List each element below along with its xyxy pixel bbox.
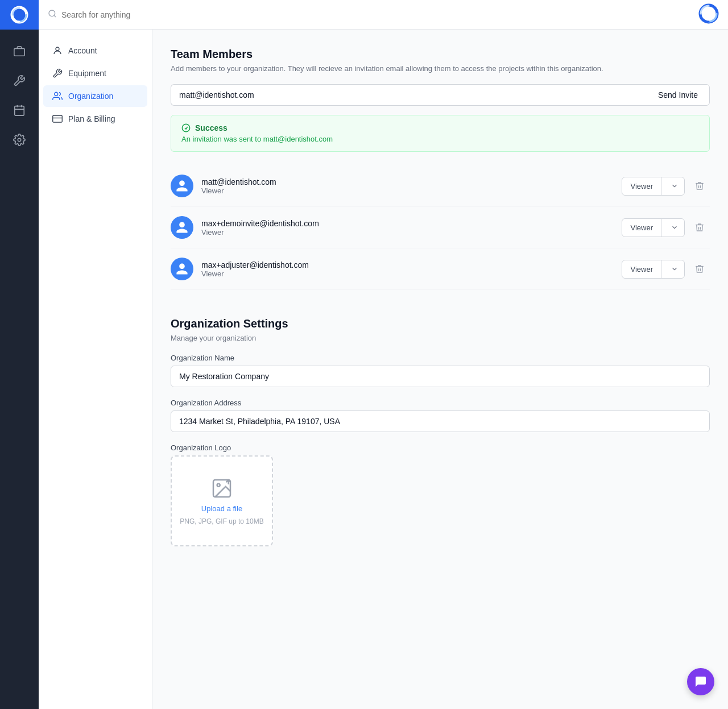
member-actions: Viewer	[622, 176, 710, 196]
nav-label-equipment: Equipment	[68, 69, 106, 78]
members-list: matt@identishot.com Viewer Viewer	[171, 165, 710, 290]
invite-bar: Send Invite	[171, 84, 710, 106]
nav-item-plan-billing[interactable]: Plan & Billing	[43, 108, 147, 130]
success-message: An invitation was sent to matt@identisho…	[181, 135, 699, 143]
upload-hint: PNG, JPG, GIF up to 10MB	[180, 517, 263, 525]
org-address-label: Organization Address	[171, 399, 710, 407]
send-invite-button[interactable]: Send Invite	[647, 84, 710, 106]
role-dropdown[interactable]: Viewer	[622, 177, 685, 196]
invite-email-input[interactable]	[171, 84, 647, 106]
account-icon	[52, 45, 63, 56]
sidebar-icon-settings[interactable]	[7, 127, 32, 152]
org-settings-desc: Manage your organization	[171, 334, 710, 342]
nav-item-equipment[interactable]: Equipment	[43, 63, 147, 84]
nav-label-plan-billing: Plan & Billing	[68, 114, 115, 123]
sidebar-icon-calendar[interactable]	[7, 98, 32, 123]
delete-member-button[interactable]	[689, 176, 710, 196]
main-content: Team Members Add members to your organiz…	[152, 30, 728, 709]
table-row: matt@identishot.com Viewer Viewer	[171, 165, 710, 207]
member-email: max+adjuster@identishot.com	[201, 260, 622, 269]
delete-member-button[interactable]	[689, 259, 710, 279]
search-icon	[48, 9, 57, 20]
chat-button[interactable]	[687, 668, 714, 695]
avatar	[171, 216, 193, 239]
role-label: Viewer	[622, 177, 661, 195]
sidebar	[0, 30, 39, 709]
member-actions: Viewer	[622, 217, 710, 238]
org-settings-title: Organization Settings	[171, 317, 710, 330]
member-info: max+adjuster@identishot.com Viewer	[201, 260, 622, 278]
sidebar-icon-tools[interactable]	[7, 68, 32, 93]
role-label: Viewer	[622, 260, 661, 278]
org-name-input[interactable]	[171, 366, 710, 387]
user-icon	[175, 221, 189, 234]
member-email: max+demoinvite@identishot.com	[201, 219, 622, 228]
success-banner: Success An invitation was sent to matt@i…	[171, 115, 710, 152]
app-logo[interactable]	[0, 0, 39, 30]
nav-label-organization: Organization	[68, 92, 113, 101]
member-role: Viewer	[201, 186, 622, 195]
nav-item-account[interactable]: Account	[43, 40, 147, 61]
app-icon-right[interactable]	[698, 3, 719, 26]
svg-point-13	[182, 124, 189, 131]
chevron-down-icon	[665, 177, 684, 194]
billing-icon	[52, 114, 63, 124]
team-members-desc: Add members to your organization. They w…	[171, 64, 710, 73]
org-logo-label: Organization Logo	[171, 443, 710, 452]
org-name-field: Organization Name	[171, 354, 710, 387]
team-members-title: Team Members	[171, 48, 710, 61]
search-bar[interactable]	[39, 9, 698, 20]
table-row: max+demoinvite@identishot.com Viewer Vie…	[171, 207, 710, 248]
trash-icon	[694, 222, 705, 233]
svg-point-10	[55, 92, 58, 96]
org-address-field: Organization Address	[171, 399, 710, 432]
delete-member-button[interactable]	[689, 217, 710, 238]
role-dropdown[interactable]: Viewer	[622, 260, 685, 279]
member-actions: Viewer	[622, 259, 710, 279]
trash-icon	[694, 264, 705, 274]
avatar	[171, 175, 193, 197]
table-row: max+adjuster@identishot.com Viewer Viewe…	[171, 248, 710, 290]
svg-point-2	[700, 5, 718, 23]
success-title: Success	[181, 123, 699, 132]
member-role: Viewer	[201, 269, 622, 278]
member-email: matt@identishot.com	[201, 177, 622, 186]
svg-point-8	[18, 138, 21, 142]
svg-point-0	[11, 7, 27, 23]
equipment-icon	[52, 68, 63, 78]
role-dropdown[interactable]: Viewer	[622, 218, 685, 237]
search-input[interactable]	[61, 10, 232, 19]
org-logo-field: Organization Logo Upload a file PNG, JPG…	[171, 443, 710, 546]
org-address-input[interactable]	[171, 411, 710, 432]
svg-rect-11	[53, 115, 63, 122]
image-upload-icon	[210, 477, 233, 500]
success-icon	[181, 123, 191, 132]
member-role: Viewer	[201, 228, 622, 237]
nav-label-account: Account	[68, 46, 97, 55]
chevron-down-icon	[665, 219, 684, 236]
team-members-section: Team Members Add members to your organiz…	[171, 48, 710, 290]
topbar	[0, 0, 728, 30]
avatar	[171, 258, 193, 280]
svg-rect-3	[14, 48, 24, 56]
role-label: Viewer	[622, 219, 661, 237]
org-settings-section: Organization Settings Manage your organi…	[171, 317, 710, 546]
upload-file-link[interactable]: Upload a file	[201, 504, 242, 513]
chevron-down-icon	[665, 260, 684, 277]
chat-icon	[694, 675, 708, 689]
user-icon	[175, 179, 189, 193]
nav-item-organization[interactable]: Organization	[43, 85, 147, 107]
member-info: matt@identishot.com Viewer	[201, 177, 622, 195]
member-info: max+demoinvite@identishot.com Viewer	[201, 219, 622, 237]
sidebar-icon-briefcase[interactable]	[7, 39, 32, 64]
logo-upload-area[interactable]: Upload a file PNG, JPG, GIF up to 10MB	[171, 455, 273, 546]
svg-point-9	[56, 47, 59, 51]
svg-point-15	[217, 483, 220, 486]
user-icon	[175, 262, 189, 276]
trash-icon	[694, 181, 705, 191]
svg-point-1	[49, 10, 55, 16]
secondary-sidebar: Account Equipment Organization Plan & Bi…	[39, 30, 152, 709]
svg-rect-4	[15, 106, 24, 116]
organization-icon	[52, 91, 63, 101]
org-name-label: Organization Name	[171, 354, 710, 362]
